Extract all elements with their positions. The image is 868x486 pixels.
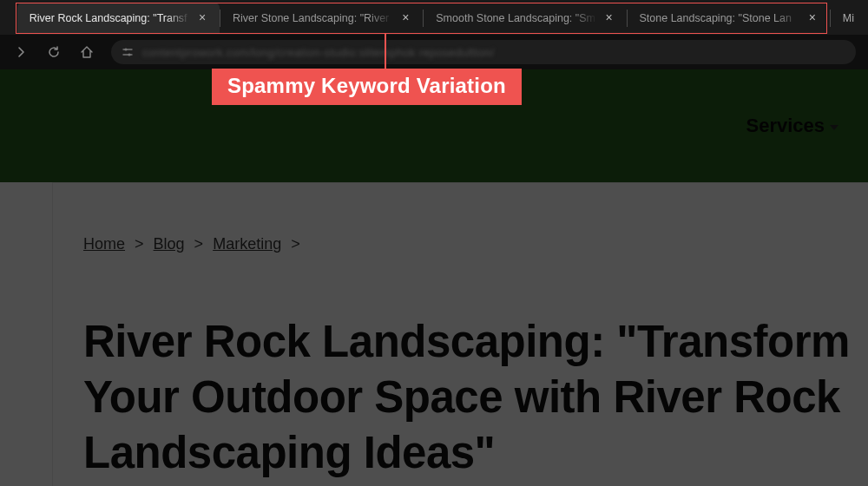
- close-icon[interactable]: ×: [806, 11, 819, 25]
- close-icon[interactable]: ×: [602, 11, 616, 25]
- browser-tab-1[interactable]: River Stone Landscaping: "River ×: [220, 3, 423, 34]
- svg-point-0: [124, 48, 127, 50]
- tab-title: Stone Landscaping: "Stone Lan: [640, 12, 800, 24]
- reload-icon[interactable]: [45, 43, 62, 61]
- browser-toolbar: contentprowork.com/long/creation-studio:…: [0, 35, 868, 69]
- svg-point-1: [128, 53, 130, 56]
- annotation-callout: Spammy Keyword Variation: [212, 69, 522, 105]
- tab-title: River Stone Landscaping: "River: [233, 12, 393, 24]
- tune-icon[interactable]: [122, 46, 134, 58]
- url-text: contentprowork.com/long/creation-studio:…: [142, 46, 494, 59]
- close-icon[interactable]: ×: [195, 11, 209, 25]
- address-bar[interactable]: contentprowork.com/long/creation-studio:…: [111, 40, 856, 64]
- callout-connector: [385, 34, 386, 70]
- browser-tab-0[interactable]: River Rock Landscaping: "Transf ×: [17, 3, 220, 34]
- dim-overlay: [0, 69, 868, 486]
- browser-tab-3[interactable]: Stone Landscaping: "Stone Lan ×: [628, 3, 830, 34]
- close-icon[interactable]: ×: [398, 11, 412, 25]
- home-icon[interactable]: [78, 43, 95, 61]
- forward-icon[interactable]: [12, 43, 30, 61]
- browser-tab-strip: River Rock Landscaping: "Transf × River …: [0, 0, 868, 35]
- browser-tab-2[interactable]: Smooth Stone Landscaping: "Sm ×: [424, 3, 626, 34]
- tab-title: Smooth Stone Landscaping: "Sm: [436, 12, 596, 24]
- browser-tab-overflow[interactable]: Mi: [831, 12, 866, 24]
- tab-title: River Rock Landscaping: "Transf: [30, 12, 190, 24]
